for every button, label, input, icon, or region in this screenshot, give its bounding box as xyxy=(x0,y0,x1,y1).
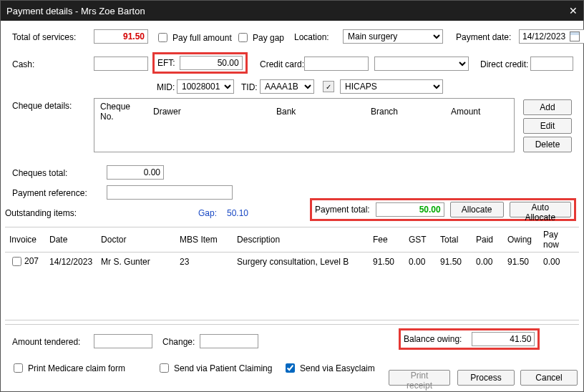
payment-total-highlight: Payment total: Allocate Auto Allocate xyxy=(310,198,576,221)
col-owing: Owing xyxy=(503,227,539,253)
col-paid: Paid xyxy=(472,227,503,253)
window-title: Payment details - Mrs Zoe Barton xyxy=(6,6,145,16)
window-body: Total of services: Pay full amount Pay g… xyxy=(1,21,583,391)
cash-label: Cash: xyxy=(12,59,34,69)
payment-reference-field[interactable] xyxy=(107,185,233,200)
cheque-edit-button[interactable]: Edit xyxy=(523,118,572,134)
cheques-total-field[interactable] xyxy=(107,165,164,180)
direct-credit-label: Direct credit: xyxy=(480,59,528,69)
tid-label: TID: xyxy=(241,82,258,92)
send-easyclaim-checkbox[interactable]: Send via Easyclaim xyxy=(283,361,375,375)
row-checkbox[interactable] xyxy=(12,257,21,266)
col-total: Total xyxy=(436,227,472,253)
process-button[interactable]: Process xyxy=(457,370,515,386)
window: Payment details - Mrs Zoe Barton ✕ Total… xyxy=(0,0,584,392)
close-icon[interactable]: ✕ xyxy=(569,5,578,16)
col-gst: GST xyxy=(404,227,436,253)
payment-total-label: Payment total: xyxy=(315,205,370,215)
print-receipt-button[interactable]: Print receipt xyxy=(389,370,450,386)
col-invoice: Invoice xyxy=(5,227,45,253)
col-desc: Description xyxy=(233,227,369,253)
cancel-button[interactable]: Cancel xyxy=(520,370,578,386)
balance-owing-field[interactable] xyxy=(472,332,535,346)
eft-label: EFT: xyxy=(157,58,175,68)
titlebar: Payment details - Mrs Zoe Barton ✕ xyxy=(1,1,583,21)
cheque-col-drawer: Drawer xyxy=(149,100,271,123)
cheque-table: Cheque No. Drawer Bank Branch Amount xyxy=(94,98,515,152)
cash-field[interactable] xyxy=(94,57,148,71)
col-mbs: MBS Item xyxy=(175,227,233,253)
cheque-section-label: Cheque details: xyxy=(12,101,72,111)
credit-type-select[interactable] xyxy=(374,57,469,71)
col-date: Date xyxy=(45,227,97,253)
cheque-col-no: Cheque No. xyxy=(96,100,147,123)
change-field[interactable] xyxy=(200,334,258,348)
col-paynow: Pay now xyxy=(539,227,579,253)
balance-owing-highlight: Balance owing: xyxy=(399,328,540,350)
payment-date-picker[interactable]: 14/12/2023 ▾ xyxy=(519,29,584,44)
total-services-field[interactable] xyxy=(94,29,148,44)
amount-tendered-label: Amount tendered: xyxy=(12,337,80,347)
tid-select[interactable]: AAAA1B xyxy=(260,79,314,94)
table-row[interactable]: 207 14/12/2023 Mr S. Gunter 23 Surgery c… xyxy=(5,253,579,271)
mid-select[interactable]: 10028001 xyxy=(177,79,234,94)
eft-field[interactable] xyxy=(180,56,243,70)
send-patient-claiming-checkbox[interactable]: Send via Patient Claiming xyxy=(157,361,272,375)
payment-date-label: Payment date: xyxy=(456,32,511,42)
pay-gap-checkbox[interactable]: Pay gap xyxy=(235,31,284,44)
balance-owing-label: Balance owing: xyxy=(404,334,462,344)
location-label: Location: xyxy=(294,32,329,42)
cheque-add-button[interactable]: Add xyxy=(523,99,572,115)
eft-highlight: EFT: xyxy=(152,52,248,74)
pay-full-checkbox[interactable]: Pay full amount xyxy=(155,31,232,44)
cheque-delete-button[interactable]: Delete xyxy=(523,137,572,152)
mid-label: MID: xyxy=(157,82,175,92)
col-fee: Fee xyxy=(369,227,404,253)
change-label: Change: xyxy=(162,337,195,347)
cheque-col-branch: Branch xyxy=(366,100,445,123)
outstanding-label: Outstanding items: xyxy=(5,208,77,218)
direct-credit-field[interactable] xyxy=(530,57,573,71)
payment-total-field[interactable] xyxy=(376,202,444,217)
col-doctor: Doctor xyxy=(97,227,175,253)
credit-card-field[interactable] xyxy=(304,57,369,71)
auto-allocate-button[interactable]: Auto Allocate xyxy=(510,202,572,217)
cheques-total-label: Cheques total: xyxy=(12,168,67,178)
cheque-col-bank: Bank xyxy=(272,100,365,123)
gap-value: 50.10 xyxy=(227,208,248,218)
total-services-label: Total of services: xyxy=(12,32,76,42)
location-select[interactable]: Main surgery xyxy=(343,29,443,44)
credit-card-label: Credit card: xyxy=(260,59,304,69)
allocate-button[interactable]: Allocate xyxy=(450,202,504,217)
hicaps-select[interactable]: HICAPS xyxy=(340,79,443,94)
cheque-col-amount: Amount xyxy=(447,100,512,123)
hicaps-check-icon[interactable]: ✓ xyxy=(323,81,334,92)
gap-label: Gap: xyxy=(198,208,217,218)
amount-tendered-field[interactable] xyxy=(94,334,152,348)
calendar-icon xyxy=(570,31,580,41)
payment-reference-label: Payment reference: xyxy=(12,188,87,198)
print-medicare-checkbox[interactable]: Print Medicare claim form xyxy=(11,361,125,375)
items-table: Invoice Date Doctor MBS Item Description… xyxy=(5,227,579,270)
